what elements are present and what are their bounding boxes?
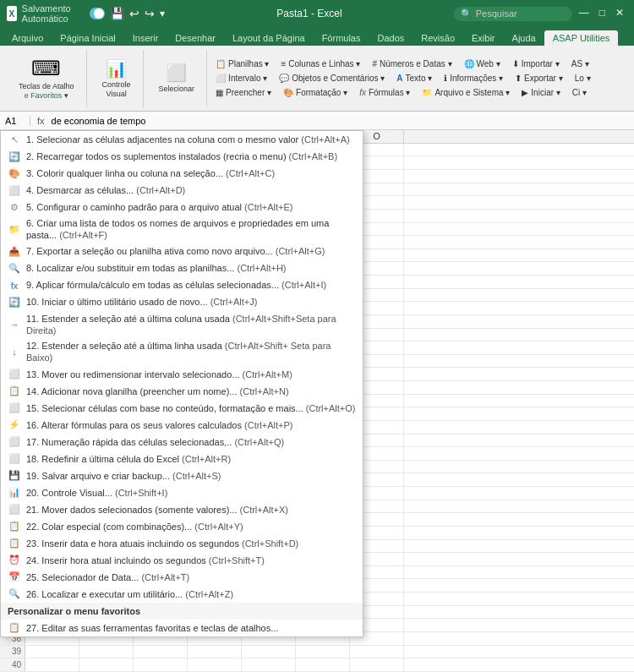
btn-objetos[interactable]: 💬 Objetos e Comentários ▾ <box>274 72 390 85</box>
menu-item-icon: 🎨 <box>8 167 21 180</box>
table-row[interactable]: 39 <box>0 646 634 659</box>
list-item[interactable]: 📋 14. Adicionar nova glanilha (preencher… <box>1 383 363 400</box>
tab-pagina-inicial[interactable]: Página Inicial <box>52 30 123 46</box>
list-item[interactable]: → 11. Estender a seleção até a última co… <box>1 311 363 339</box>
planilhas-icon: 📋 <box>216 59 226 68</box>
arquivo-sistema-label: Arquivo e Sistema ▾ <box>435 88 510 97</box>
btn-as[interactable]: AS ▾ <box>566 57 594 70</box>
btn-lo[interactable]: Lo ▾ <box>570 72 596 85</box>
btn-colunas-linhas[interactable]: ≡ Colunas e Linhas ▾ <box>276 57 365 70</box>
redo-icon[interactable]: ↪ <box>145 7 155 20</box>
menu-item-text: 21. Mover dados selecionados (somente va… <box>26 504 288 516</box>
tab-revisao[interactable]: Revisão <box>413 30 463 46</box>
list-item[interactable]: ⬜ 4. Desmarcar as células... (Ctrl+Alt+D… <box>1 182 363 199</box>
btn-preencher[interactable]: ▦ Preencher ▾ <box>210 86 276 99</box>
cell[interactable] <box>296 658 350 671</box>
objetos-icon: 💬 <box>279 74 289 83</box>
cell[interactable] <box>350 646 404 658</box>
maximize-icon[interactable]: □ <box>596 7 609 21</box>
list-item[interactable]: ⬜ 21. Mover dados selecionados (somente … <box>1 501 363 518</box>
btn-web[interactable]: 🌐 Web ▾ <box>459 57 506 70</box>
cell[interactable] <box>242 646 296 658</box>
btn-texto[interactable]: A Texto ▾ <box>391 72 437 85</box>
importar-icon: ⬇ <box>512 59 519 68</box>
btn-teclas-atalho[interactable]: ⌨ Teclas de Atalhoe Favoritos ▾ <box>14 54 79 103</box>
autosave-toggle[interactable] <box>90 8 105 19</box>
list-item[interactable]: 🔍 8. Localizar e/ou substituir em todas … <box>1 260 363 277</box>
menu-item-icon: 🔍 <box>8 262 21 276</box>
cell[interactable] <box>242 658 296 671</box>
list-item[interactable]: ⬜ 15. Selecionar células com base no con… <box>1 400 363 417</box>
cell[interactable] <box>350 658 404 671</box>
list-item[interactable]: 💾 19. Salvar arquivo e criar backup... (… <box>1 467 363 484</box>
btn-informacoes[interactable]: ℹ Informações ▾ <box>439 72 508 85</box>
btn-importar[interactable]: ⬇ Importar ▾ <box>507 57 565 70</box>
cell[interactable] <box>296 646 350 658</box>
btn-ci[interactable]: Ci ▾ <box>567 86 592 99</box>
list-item[interactable]: ⚙ 5. Configurar o caminho padrão para o … <box>1 199 363 216</box>
cell[interactable] <box>134 646 188 658</box>
cell[interactable] <box>79 646 134 658</box>
list-item[interactable]: 📋 22. Colar especial (com combinações)..… <box>1 518 363 535</box>
list-item[interactable]: 🔄 10. Iniciar o último utilitário usado … <box>1 294 363 311</box>
btn-planilhas[interactable]: 📋 Planilhas ▾ <box>210 57 274 70</box>
list-item[interactable]: 🔍 26. Localizar e executar um utilitário… <box>1 586 363 603</box>
info-icon: ℹ <box>444 74 447 83</box>
list-item[interactable]: 📅 25. Selecionador de Data... (Ctrl+Alt+… <box>1 569 363 586</box>
undo-icon[interactable]: ↩ <box>129 7 139 20</box>
btn-controle-visual[interactable]: 📊 ControleVisual <box>97 56 136 101</box>
cell[interactable] <box>25 646 79 658</box>
tab-inserir[interactable]: Inserir <box>124 30 167 46</box>
tab-asap[interactable]: ASAP Utilities <box>544 30 619 46</box>
list-item[interactable]: 📋 27. Editar as suas ferramentas favorit… <box>1 620 363 636</box>
list-item[interactable]: 📋 23. Inserir data e hora atuais incluin… <box>1 535 363 552</box>
menu-item-icon: → <box>8 318 21 331</box>
menu-item-icon: ⬜ <box>8 435 21 449</box>
list-item[interactable]: ⬜ 13. Mover ou redimensionar intervalo s… <box>1 366 363 383</box>
tab-desenhar[interactable]: Desenhar <box>167 30 224 46</box>
table-row[interactable]: 40 <box>0 658 634 672</box>
btn-numeros-datas[interactable]: # Números e Datas ▾ <box>367 57 456 70</box>
list-item[interactable]: ⬜ 17. Numeração rápida das células selec… <box>1 434 363 451</box>
list-item[interactable]: 📁 6. Criar uma lista de todos os nomes d… <box>1 216 363 243</box>
list-item[interactable]: ⏰ 24. Inserir hora atual incluindo os se… <box>1 552 363 569</box>
list-item[interactable]: 🎨 3. Colorir qualquer linha ou coluna na… <box>1 165 363 182</box>
intervalo-label: Intervalo ▾ <box>228 74 267 83</box>
btn-selecionar[interactable]: ⬜ Selecionar <box>154 60 200 96</box>
tab-dados[interactable]: Dados <box>369 30 413 46</box>
list-item[interactable]: 📤 7. Exportar a seleção ou planilha ativ… <box>1 243 363 260</box>
list-item[interactable]: ⬜ 18. Redefinir a última célula do Excel… <box>1 451 363 467</box>
keyboard-icon: ⌨ <box>31 57 61 80</box>
btn-iniciar[interactable]: ▶ Iniciar ▾ <box>516 86 565 99</box>
cell[interactable] <box>79 658 134 671</box>
btn-exportar[interactable]: ⬆ Exportar ▾ <box>510 72 568 85</box>
menu-item-icon: ↓ <box>8 345 21 358</box>
save-icon[interactable]: 💾 <box>110 7 124 20</box>
btn-formulas[interactable]: fx Fórmulas ▾ <box>354 86 415 99</box>
cell[interactable] <box>188 658 242 671</box>
cell[interactable] <box>188 646 242 658</box>
search-box[interactable]: 🔍 Pesquisar <box>454 7 572 21</box>
cell[interactable] <box>134 658 188 671</box>
list-item[interactable]: ↓ 12. Estender a seleção até a última li… <box>1 338 363 366</box>
btn-arquivo-sistema[interactable]: 📁 Arquivo e Sistema ▾ <box>417 86 515 99</box>
dropdown-menu: ↖ 1. Selecionar as células adjacentes na… <box>0 130 363 637</box>
cell[interactable] <box>25 658 79 671</box>
list-item[interactable]: 📊 20. Controle Visual... (Ctrl+Shift+I) <box>1 484 363 501</box>
tab-ajuda[interactable]: Ajuda <box>504 30 544 46</box>
list-item[interactable]: 🔄 2. Recarregar todos os suplementos ins… <box>1 148 363 165</box>
tab-layout[interactable]: Layout da Página <box>224 30 314 46</box>
btn-intervalo[interactable]: ⬜ Intervalo ▾ <box>210 72 272 85</box>
list-item[interactable]: ⚡ 16. Alterar fórmulas para os seus valo… <box>1 417 363 434</box>
tab-arquivo[interactable]: Arquivo <box>3 30 52 46</box>
tab-formulas[interactable]: Fórmulas <box>314 30 369 46</box>
list-item[interactable]: ↖ 1. Selecionar as células adjacentes na… <box>1 131 363 148</box>
menu-item-icon: ⬜ <box>8 452 21 466</box>
btn-formatacao[interactable]: 🎨 Formatação ▾ <box>278 86 353 99</box>
tab-exibir[interactable]: Exibir <box>463 30 504 46</box>
minimize-icon[interactable]: — <box>576 7 593 21</box>
menu-item-icon: 🔍 <box>8 587 21 601</box>
colunas-label: Colunas e Linhas ▾ <box>288 59 360 68</box>
list-item[interactable]: fx 9. Aplicar fórmula/cálculo em todas a… <box>1 277 363 294</box>
close-icon[interactable]: ✕ <box>612 7 627 21</box>
